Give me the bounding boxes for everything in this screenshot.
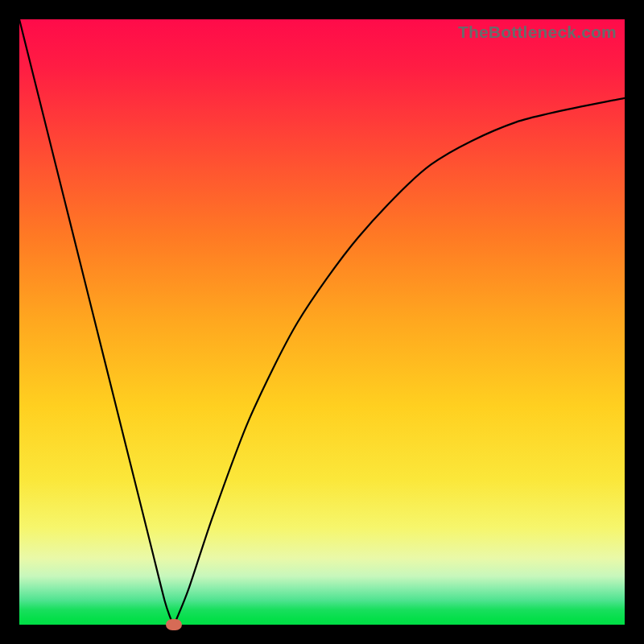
minimum-marker	[166, 619, 182, 630]
bottleneck-curve	[19, 19, 625, 625]
plot-area: TheBottleneck.com	[19, 19, 625, 625]
chart-container: TheBottleneck.com	[0, 0, 644, 644]
curve-layer	[19, 19, 625, 625]
